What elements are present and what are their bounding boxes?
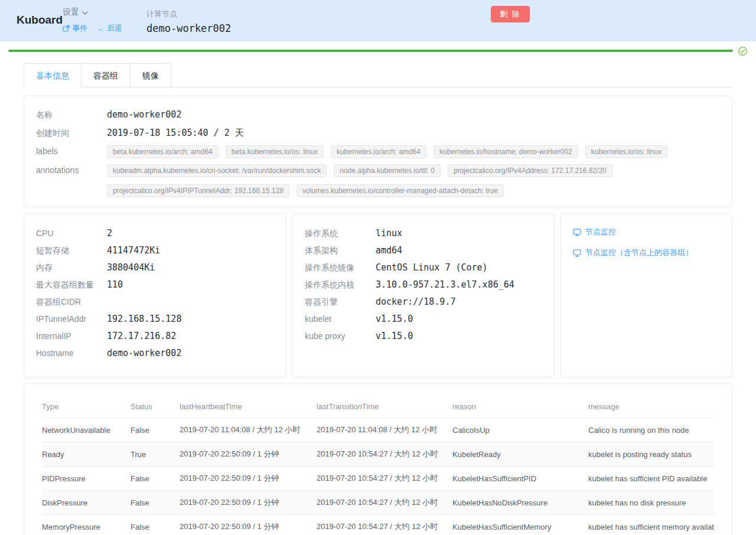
back-label: 后退 xyxy=(107,23,122,34)
monitor-links: 节点监控节点监控（含节点上的容器组） xyxy=(573,227,720,258)
detail-value: 2 xyxy=(107,227,112,240)
delete-button[interactable]: 删 除 xyxy=(491,6,530,22)
detail-value: 172.17.216.82 xyxy=(107,330,176,342)
detail-value: amd64 xyxy=(376,244,402,257)
column-header: lastHeartbeatTime xyxy=(180,396,317,418)
chevron-down-icon xyxy=(82,11,88,15)
table-cell: PIDPressure xyxy=(42,467,131,491)
basic-info-card: 名称 demo-worker002 创建时间 2019-07-18 15:05:… xyxy=(24,96,732,207)
table-cell: 2019-07-20 22:50:09 / 1 分钟 xyxy=(180,467,317,491)
table-row: ReadyTrue2019-07-20 22:50:09 / 1 分钟2019-… xyxy=(42,442,714,467)
kv-tag: kubeadm.alpha.kubernetes.io/cri-socket: … xyxy=(107,164,327,177)
labels-label: labels xyxy=(36,145,107,158)
detail-value: CentOS Linux 7 (Core) xyxy=(376,261,488,274)
progress-line xyxy=(8,50,733,52)
capacity-rows: CPU2短暂存储41147472Ki内存3880404Ki最大容器组数量110容… xyxy=(36,227,273,360)
detail-value: 3.10.0-957.21.3.el7.x86_64 xyxy=(376,278,514,291)
detail-row: IPTunnelAddr192.168.15.128 xyxy=(36,312,273,325)
detail-row: Hostnamedemo-worker002 xyxy=(36,347,273,360)
table-row: DiskPressureFalse2019-07-20 22:50:09 / 1… xyxy=(42,491,714,515)
detail-row: 最大容器组数量110 xyxy=(36,278,273,291)
column-header: Status xyxy=(131,396,180,418)
monitor-icon xyxy=(573,249,581,257)
conditions-body: NetworkUnavailableFalse2019-07-20 11:04:… xyxy=(42,418,714,535)
table-cell: True xyxy=(131,442,180,467)
table-row: MemoryPressureFalse2019-07-20 22:50:09 /… xyxy=(42,515,714,535)
table-cell: kubelet has sufficient memory available xyxy=(588,515,714,535)
name-value: demo-worker002 xyxy=(107,108,181,121)
annotations-label: annotations xyxy=(36,164,107,177)
table-cell: NetworkUnavailable xyxy=(42,418,131,442)
detail-label: 操作系统镜像 xyxy=(305,261,376,274)
settings-group: 设置 事件 ← 后退 xyxy=(63,7,122,34)
table-cell: 2019-07-20 10:54:27 / 大约 12 小时 xyxy=(317,442,452,467)
name-label: 名称 xyxy=(36,108,107,121)
success-check-icon xyxy=(738,46,748,56)
table-row: PIDPressureFalse2019-07-20 22:50:09 / 1 … xyxy=(42,467,714,491)
node-monitor-link[interactable]: 节点监控 xyxy=(573,227,720,237)
created-value: 2019-07-18 15:05:40 / 2 天 xyxy=(107,126,244,139)
conditions-card: TypeStatuslastHeartbeatTimelastTransitio… xyxy=(24,383,732,535)
conditions-header-row: TypeStatuslastHeartbeatTimelastTransitio… xyxy=(42,396,714,418)
monitor-icon xyxy=(573,229,581,236)
tab-pods[interactable]: 容器组 xyxy=(81,64,130,87)
table-cell: False xyxy=(131,418,180,442)
monitor-link-label: 节点监控（含节点上的容器组） xyxy=(585,247,693,258)
column-header: lastTransitionTime xyxy=(317,396,452,418)
detail-value: 3880404Ki xyxy=(107,261,155,274)
table-cell: kubelet has no disk pressure xyxy=(588,491,714,515)
app-logo[interactable]: Kuboard xyxy=(17,14,63,27)
table-cell: KubeletReady xyxy=(452,442,588,467)
events-icon xyxy=(63,25,70,32)
detail-row: 操作系统linux xyxy=(305,227,542,240)
detail-label: 操作系统 xyxy=(305,227,376,240)
kv-tag: beta.kubernetes.io/arch: amd64 xyxy=(107,145,219,158)
kv-tag: kubernetes.io/arch: amd64 xyxy=(331,145,426,158)
detail-row: 操作系统内核3.10.0-957.21.3.el7.x86_64 xyxy=(305,278,542,291)
table-cell: 2019-07-20 22:50:09 / 1 分钟 xyxy=(180,515,317,535)
settings-dropdown[interactable]: 设置 xyxy=(63,7,122,18)
kv-tag: node.alpha.kubernetes.io/ttl: 0 xyxy=(334,164,441,177)
detail-value: v1.15.0 xyxy=(376,330,413,342)
tab-basic-info[interactable]: 基本信息 xyxy=(24,64,81,87)
settings-label: 设置 xyxy=(63,7,79,18)
column-header: Type xyxy=(42,396,131,418)
table-cell: 2019-07-20 11:04:08 / 大约 12 小时 xyxy=(180,418,317,442)
detail-value: 192.168.15.128 xyxy=(107,312,181,325)
detail-row: kubeletv1.15.0 xyxy=(305,312,542,325)
detail-row: InternalIP172.17.216.82 xyxy=(36,330,273,342)
table-cell: MemoryPressure xyxy=(42,515,131,535)
tabs-bar: 基本信息容器组镜像 xyxy=(24,63,732,87)
status-progress-row xyxy=(0,45,756,56)
detail-label: kube proxy xyxy=(305,330,376,342)
table-cell: 2019-07-20 10:54:27 / 大约 12 小时 xyxy=(317,491,452,515)
table-cell: 2019-07-20 11:04:08 / 大约 12 小时 xyxy=(317,418,452,442)
table-cell: Ready xyxy=(42,442,131,467)
events-link[interactable]: 事件 xyxy=(63,23,87,34)
detail-label: Hostname xyxy=(36,347,107,360)
annotations-row: annotations kubeadm.alpha.kubernetes.io/… xyxy=(36,164,720,197)
table-cell: kubelet is posting ready status xyxy=(588,442,714,467)
tabs-group: 基本信息容器组镜像 xyxy=(24,63,171,87)
table-cell: DiskPressure xyxy=(42,491,131,515)
detail-row: 操作系统镜像CentOS Linux 7 (Core) xyxy=(305,261,542,274)
detail-label: 最大容器组数量 xyxy=(36,278,107,291)
detail-value: v1.15.0 xyxy=(376,312,413,325)
table-cell: kubelet has sufficient PID available xyxy=(588,467,714,491)
table-cell: 2019-07-20 10:54:27 / 大约 12 小时 xyxy=(317,515,452,535)
detail-label: InternalIP xyxy=(36,330,107,342)
table-cell: 2019-07-20 22:50:09 / 1 分钟 xyxy=(180,442,317,467)
table-cell: KubeletHasNoDiskPressure xyxy=(452,491,588,515)
detail-label: 容器引擎 xyxy=(305,295,376,308)
node-monitor-with-pods-link[interactable]: 节点监控（含节点上的容器组） xyxy=(573,247,720,258)
annotations-tags: kubeadm.alpha.kubernetes.io/cri-socket: … xyxy=(107,164,720,197)
tab-images[interactable]: 镜像 xyxy=(130,64,171,87)
column-header: message xyxy=(588,396,714,418)
back-link[interactable]: ← 后退 xyxy=(97,23,122,34)
detail-row: 内存3880404Ki xyxy=(36,261,273,274)
column-header: reason xyxy=(452,396,588,418)
detail-row: 短暂存储41147472Ki xyxy=(36,244,273,257)
detail-label: 体系架构 xyxy=(305,244,376,257)
page-title-group: 计算节点 demo-worker002 xyxy=(146,9,231,34)
table-cell: 2019-07-20 10:54:27 / 大约 12 小时 xyxy=(317,467,452,491)
